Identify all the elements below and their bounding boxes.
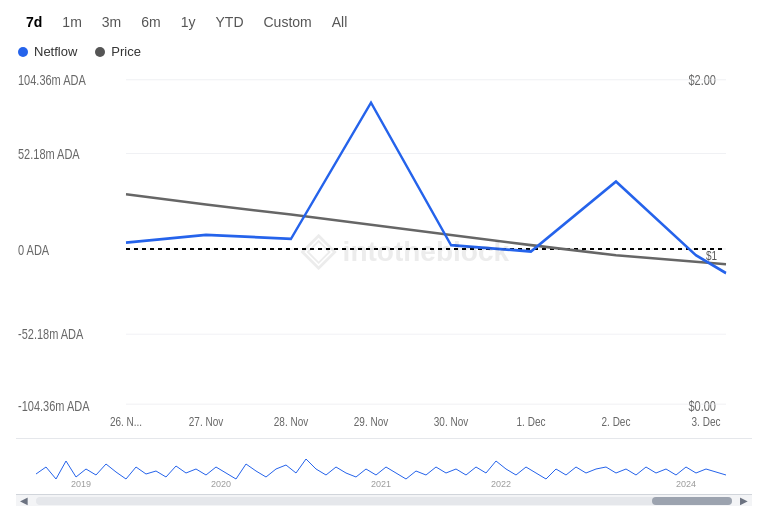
time-btn-3m[interactable]: 3m <box>94 10 129 34</box>
svg-text:2024: 2024 <box>676 479 696 489</box>
svg-text:27. Nov: 27. Nov <box>189 415 224 428</box>
svg-text:52.18m ADA: 52.18m ADA <box>18 146 80 162</box>
svg-text:-104.36m ADA: -104.36m ADA <box>18 398 90 414</box>
minimap-svg: 2019 2020 2021 2022 2024 <box>16 439 752 491</box>
time-range-selector: 7d1m3m6m1yYTDCustomAll <box>16 10 752 34</box>
price-dot <box>95 47 105 57</box>
svg-text:-52.18m ADA: -52.18m ADA <box>18 327 84 343</box>
svg-text:26. N...: 26. N... <box>110 415 142 428</box>
svg-text:2019: 2019 <box>71 479 91 489</box>
legend-price: Price <box>95 44 141 59</box>
chart-legend: Netflow Price <box>16 44 752 59</box>
svg-text:1. Dec: 1. Dec <box>517 415 546 428</box>
legend-price-label: Price <box>111 44 141 59</box>
svg-text:2021: 2021 <box>371 479 391 489</box>
minimap-scrollbar[interactable]: ◀ ▶ <box>16 494 752 506</box>
main-chart-area: intotheblock 104.36m ADA 52.18m ADA 0 AD… <box>16 67 752 436</box>
time-btn-1m[interactable]: 1m <box>54 10 89 34</box>
time-btn-7d[interactable]: 7d <box>18 10 50 34</box>
svg-text:30. Nov: 30. Nov <box>434 415 469 428</box>
time-btn-all[interactable]: All <box>324 10 356 34</box>
svg-text:2022: 2022 <box>491 479 511 489</box>
svg-text:2. Dec: 2. Dec <box>602 415 631 428</box>
time-btn-1y[interactable]: 1y <box>173 10 204 34</box>
minimap-container: 2019 2020 2021 2022 2024 ◀ ▶ <box>16 438 752 506</box>
svg-text:0 ADA: 0 ADA <box>18 243 50 259</box>
time-btn-ytd[interactable]: YTD <box>208 10 252 34</box>
legend-netflow-label: Netflow <box>34 44 77 59</box>
svg-text:$1: $1 <box>706 249 717 262</box>
legend-netflow: Netflow <box>18 44 77 59</box>
svg-text:104.36m ADA: 104.36m ADA <box>18 73 86 89</box>
scroll-track[interactable] <box>36 497 732 505</box>
svg-text:$0.00: $0.00 <box>688 398 716 414</box>
time-btn-custom[interactable]: Custom <box>256 10 320 34</box>
netflow-dot <box>18 47 28 57</box>
scroll-left-arrow[interactable]: ◀ <box>16 493 32 509</box>
scroll-right-arrow[interactable]: ▶ <box>736 493 752 509</box>
svg-text:29. Nov: 29. Nov <box>354 415 389 428</box>
time-btn-6m[interactable]: 6m <box>133 10 168 34</box>
svg-text:2020: 2020 <box>211 479 231 489</box>
svg-text:28. Nov: 28. Nov <box>274 415 309 428</box>
scroll-thumb[interactable] <box>652 497 732 505</box>
svg-text:3. Dec: 3. Dec <box>692 415 721 428</box>
svg-text:$2.00: $2.00 <box>688 73 716 89</box>
main-chart-svg: 104.36m ADA 52.18m ADA 0 ADA -52.18m ADA… <box>16 67 752 436</box>
